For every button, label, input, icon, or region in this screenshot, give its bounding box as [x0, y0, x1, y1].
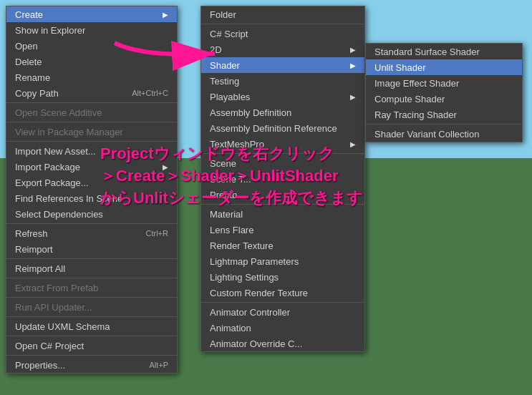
menu-item-label: Compute Shader [374, 94, 445, 104]
menu-item-reimport-all[interactable]: Reimport All [6, 260, 177, 276]
menu-item-label: View in Package Manager [15, 127, 123, 137]
menu-item-label: Rename [15, 72, 50, 83]
menu-item-label: Update UXML Schema [15, 321, 110, 332]
menu-item-label: Assembly Definition Reference [210, 123, 337, 134]
menu-item-label: Reimport [15, 244, 53, 255]
context-menu-left: Create▶Show in ExplorerOpenDeleteRenameC… [6, 6, 178, 374]
menu-separator [201, 24, 364, 24]
menu-item-reimport[interactable]: Reimport [6, 241, 177, 257]
menu-separator [6, 223, 177, 224]
menu-item-unlit-shader[interactable]: Unlit Shader [366, 59, 522, 75]
menu-item-2d[interactable]: 2D▶ [201, 42, 364, 57]
menu-item-compute-shader[interactable]: Compute Shader [366, 91, 522, 107]
menu-item-select-dependencies[interactable]: Select Dependencies [6, 206, 177, 222]
submenu-arrow-icon: ▶ [350, 62, 356, 69]
menu-item-label: Export Package... [15, 177, 89, 188]
submenu-arrow-icon: ▶ [350, 140, 356, 148]
menu-item-show-in-explorer[interactable]: Show in Explorer [6, 22, 177, 38]
menu-item-image-effect-shader[interactable]: Image Effect Shader [366, 75, 522, 91]
menu-item-delete[interactable]: Delete [6, 54, 177, 69]
menu-item-ray-tracing-shader[interactable]: Ray Tracing Shader [366, 107, 522, 122]
menu-item-c--script[interactable]: C# Script [201, 26, 364, 42]
menu-item-label: Image Effect Shader [374, 78, 459, 89]
menu-item-import-package[interactable]: Import Package▶ [6, 159, 177, 175]
submenu-arrow-icon: ▶ [163, 11, 168, 19]
menu-item-label: Unlit Shader [374, 62, 426, 73]
menu-item-label: Playables [210, 92, 250, 102]
menu-item-rename[interactable]: Rename [6, 69, 177, 85]
menu-item-open-scene-additive: Open Scene Additive [6, 104, 177, 120]
menu-item-playables[interactable]: Playables▶ [201, 89, 364, 104]
menu-item-assembly-definition[interactable]: Assembly Definition [201, 104, 364, 120]
menu-item-label: Refresh [15, 228, 48, 239]
menu-separator [6, 316, 177, 317]
menu-separator [201, 302, 364, 303]
menu-item-shortcut: Ctrl+R [146, 229, 168, 238]
menu-item-animator-override-c---[interactable]: Animator Override C... [201, 336, 364, 351]
menu-separator [6, 355, 177, 356]
menu-item-shader-variant-collection[interactable]: Shader Variant Collection [366, 126, 522, 142]
menu-separator [201, 204, 364, 205]
menu-item-folder[interactable]: Folder [201, 6, 364, 22]
menu-item-label: Delete [15, 57, 42, 67]
menu-item-label: Lightmap Parameters [210, 256, 299, 267]
menu-item-update-uxml-schema[interactable]: Update UXML Schema [6, 318, 177, 334]
menu-item-label: Shader [210, 60, 240, 71]
menu-item-label: Copy Path [15, 88, 59, 99]
menu-item-material[interactable]: Material [201, 206, 364, 222]
menu-item-render-texture[interactable]: Render Texture [201, 238, 364, 253]
menu-item-label: Custom Render Texture [210, 288, 308, 298]
menu-separator [366, 124, 522, 125]
menu-item-shortcut: Alt+Ctrl+C [132, 89, 168, 97]
menu-item-label: Scene T... [210, 174, 251, 185]
menu-item-lens-flare[interactable]: Lens Flare [201, 222, 364, 238]
menu-item-custom-render-texture[interactable]: Custom Render Texture [201, 285, 364, 301]
menu-item-shader[interactable]: Shader▶ [201, 57, 364, 73]
menu-separator [6, 141, 177, 142]
menu-item-import-new-asset---[interactable]: Import New Asset... [6, 143, 177, 159]
menu-item-lighting-settings[interactable]: Lighting Settings [201, 269, 364, 285]
menu-item-label: Open Scene Additive [15, 107, 102, 118]
menu-item-properties---[interactable]: Properties...Alt+P [6, 357, 177, 373]
menu-item-refresh[interactable]: RefreshCtrl+R [6, 225, 177, 241]
menu-separator [6, 102, 177, 103]
menu-item-copy-path[interactable]: Copy PathAlt+Ctrl+C [6, 85, 177, 101]
menu-item-testing[interactable]: Testing [201, 73, 364, 89]
menu-item-label: Import Package [15, 162, 80, 172]
menu-separator [201, 153, 364, 154]
menu-item-assembly-definition-reference[interactable]: Assembly Definition Reference [201, 120, 364, 136]
menu-item-scene-t---[interactable]: Scene T... [201, 171, 364, 187]
menu-item-label: Render Texture [210, 240, 274, 251]
menu-item-create[interactable]: Create▶ [6, 6, 177, 22]
menu-item-prefab---[interactable]: Prefab... [201, 187, 364, 203]
menu-item-standard-surface-shader[interactable]: Standard Surface Shader [366, 44, 522, 59]
submenu-arrow-icon: ▶ [163, 163, 168, 171]
menu-item-label: Lighting Settings [210, 272, 279, 283]
submenu-arrow-icon: ▶ [350, 93, 356, 101]
menu-item-label: Folder [210, 9, 236, 20]
menu-item-extract-from-prefab: Extract From Prefab [6, 280, 177, 296]
menu-item-open[interactable]: Open [6, 38, 177, 54]
menu-item-label: Material [210, 209, 243, 220]
menu-item-scene[interactable]: Scene [201, 155, 364, 171]
menu-item-label: Select Dependencies [15, 209, 103, 220]
menu-item-open-c--project[interactable]: Open C# Project [6, 338, 177, 353]
context-menu-right: Standard Surface ShaderUnlit ShaderImage… [365, 43, 523, 142]
menu-item-label: Standard Surface Shader [374, 47, 480, 57]
menu-separator [6, 278, 177, 278]
menu-item-animator-controller[interactable]: Animator Controller [201, 304, 364, 320]
menu-item-label: Animation [210, 323, 251, 333]
menu-item-animation[interactable]: Animation [201, 320, 364, 336]
menu-item-label: Run API Updater... [15, 302, 92, 313]
menu-item-label: 2D [210, 44, 222, 55]
menu-item-find-references-in-scene[interactable]: Find References In Scene [6, 190, 177, 206]
menu-separator [6, 336, 177, 336]
menu-item-label: Shader Variant Collection [374, 129, 479, 140]
menu-item-export-package---[interactable]: Export Package... [6, 175, 177, 190]
menu-item-label: Open C# Project [15, 341, 84, 351]
menu-item-label: TextMeshPro [210, 139, 264, 150]
menu-item-label: Extract From Prefab [15, 283, 98, 293]
menu-item-lightmap-parameters[interactable]: Lightmap Parameters [201, 253, 364, 269]
menu-item-label: Reimport All [15, 263, 65, 274]
menu-item-textmeshpro[interactable]: TextMeshPro▶ [201, 136, 364, 152]
